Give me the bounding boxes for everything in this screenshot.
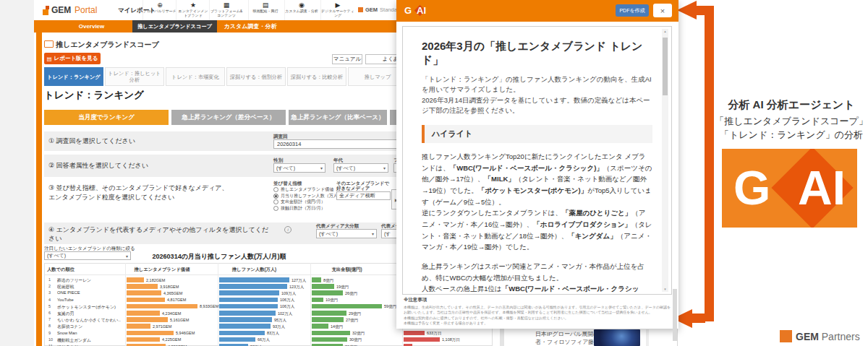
nav-item-digital-marketing[interactable]: ▶ デジタルマーケティング — [320, 0, 354, 20]
divider — [646, 329, 649, 346]
bar — [219, 324, 271, 329]
bar — [404, 337, 440, 342]
manual-button[interactable]: マニュアル — [332, 54, 362, 64]
bar-value-label: 106万人 — [280, 304, 294, 309]
view-report-button[interactable]: ▤ レポート版を見る — [44, 53, 101, 64]
gai-surge-paragraph-b: 人数ベースの急上昇1位は「WBC(ワールド・ベースボール・クラシック)」（スポー… — [422, 283, 652, 295]
screenshot-canvas: GEM Portal マイレポート ⊕ グローバルリサーチ ★ エンタテインメン… — [0, 0, 868, 346]
nav-item-custom-research[interactable]: ◉ カスタム調査・分析 — [284, 0, 318, 20]
age-select[interactable]: (すべて)▾ — [333, 163, 388, 173]
rank-cell: 6 — [48, 311, 51, 315]
page-scrollbar-fragment[interactable] — [673, 289, 677, 341]
card-scrollbar[interactable]: ▴ ▾ — [662, 29, 668, 292]
bar — [219, 277, 289, 282]
subtab-trend-hit[interactable]: トレンド：推しヒット分析 — [105, 67, 164, 86]
rep-major-select[interactable]: (すべて)▾ — [316, 229, 377, 238]
q4-label-line2: さい — [48, 234, 61, 243]
scroll-down-icon[interactable]: ▾ — [662, 287, 668, 292]
rank-cell: 8 — [48, 324, 51, 328]
close-button[interactable]: × — [653, 4, 672, 17]
bar — [127, 277, 144, 282]
bar-value-label: 29億円 — [349, 311, 361, 316]
rank-tab-current-month[interactable]: 当月度でランキング — [44, 110, 169, 125]
bar-value-label: 93万人 — [273, 324, 285, 329]
gem-standard-square-icon — [358, 7, 363, 12]
bar — [127, 324, 150, 329]
q3-label-line1: ③ 並び替え指標、そのエンタメブランドで好きなメディア、 — [48, 183, 229, 193]
section-scrollbar-fragment[interactable] — [500, 329, 504, 346]
bar-value-label: 32億円 — [352, 331, 365, 336]
bar-value-label: 83万人 — [267, 331, 279, 336]
monitor-icon — [44, 40, 54, 48]
bar-value-label: 4,225GEM — [162, 337, 181, 342]
rank-tab-surge-diff[interactable]: 急上昇ランキング（差分ベース） — [171, 110, 286, 125]
subtab-trend-ranking[interactable]: トレンド：ランキング — [44, 67, 103, 86]
table-row: 10機動戦士ガンダム4,225GEM66万人30億円1,108万日 — [44, 337, 507, 343]
bar-value-label: 2,182GEM — [146, 278, 165, 282]
bar-value-label: 3,918GEM — [160, 285, 179, 289]
rank-cell: 7 — [48, 317, 51, 321]
bar — [219, 331, 265, 336]
gai-section-highlight: ハイライト — [422, 125, 652, 143]
bar — [127, 331, 174, 336]
info-icon[interactable]: i — [284, 226, 292, 233]
bar-value-label: 2,971GEM — [153, 324, 171, 329]
tab-oshi-scope[interactable]: 推しエンタメブランドスコープ — [132, 20, 217, 33]
bar — [219, 290, 279, 295]
notes-title: ※注意事項 — [404, 297, 673, 303]
nav-item-film-distribution[interactable]: ▤ 映画配給・興行 — [248, 0, 282, 20]
bar — [219, 311, 276, 316]
gem-partners-square-icon — [780, 330, 792, 342]
radio-contact-days[interactable]: 接触日数計（万日/月） — [273, 205, 326, 212]
rank-tab-surge-ratio[interactable]: 急上昇ランキング（比率ベース） — [289, 110, 387, 125]
bar-value-label: 106万人 — [280, 298, 294, 303]
note-line: 本機能は予告なく変更・停止する場合があります。 — [404, 321, 673, 326]
scrollbar-thumb[interactable] — [663, 38, 668, 95]
subtab-deep-individual[interactable]: 深掘りする：個別分析 — [226, 67, 286, 86]
brand-name-cell: Snow Man — [57, 331, 124, 335]
column-header-spend: 支出金額(億円) — [312, 267, 382, 273]
subtab-deep-compare[interactable]: 深掘りする：比較分析 — [287, 67, 346, 86]
bar — [219, 298, 278, 303]
gai-panel-header: G AI PDFを作成 × — [396, 0, 678, 22]
table-row: 9Snow Man5,946GEM83万人32億円633万日 — [44, 330, 507, 337]
bar — [127, 290, 161, 295]
media-pref-select[interactable]: 全メディア横断 — [336, 191, 391, 200]
logo-square-icon — [43, 9, 48, 15]
create-pdf-button[interactable]: PDFを作成 — [616, 4, 649, 17]
bar — [312, 284, 334, 289]
table-row: 11にじさんじ4,890GEM52万人26億円 — [44, 343, 507, 346]
nav-item-platform-contents[interactable]: ▦ プラットフォーム&コンテンツ — [209, 0, 243, 20]
tab-custom-analysis[interactable]: カスタム調査・分析 — [217, 20, 284, 33]
rank-cell: 1 — [48, 277, 51, 282]
report-icon: ▤ — [47, 56, 52, 62]
article-thumbnail[interactable] — [594, 329, 640, 346]
radio-selected-icon — [273, 194, 278, 199]
bar-value-label: 102万人 — [278, 311, 292, 316]
logo-letter-g: G — [733, 149, 770, 228]
survey-input[interactable]: 20260314 — [273, 139, 402, 149]
subtab-trend-market[interactable]: トレンド：市場変化 — [166, 67, 225, 86]
bar — [312, 324, 328, 329]
nav-item-global-research[interactable]: ⊕ グローバルリサーチ — [142, 0, 176, 20]
gem-standard-logo[interactable]: GEM Standard — [358, 7, 402, 13]
genre-filter-select[interactable]: (すべて)▾ — [44, 251, 131, 260]
chevron-down-icon: ▾ — [320, 165, 323, 170]
annotation-title: 分析 AI 分析エージェント — [715, 98, 868, 112]
annotation-line1: 「推しエンタメブランドスコープ」 — [713, 115, 868, 128]
bar-value-label: 5,946GEM — [176, 331, 195, 335]
rank-cell: 3 — [48, 290, 51, 295]
gender-select[interactable]: (すべて)▾ — [273, 163, 326, 173]
bar-value-label: 4,234GEM — [162, 311, 181, 316]
gai-summary-card: 2026年3月の「推しエンタメブランド トレンド」 「トレンド：ランキング」の推… — [402, 26, 672, 295]
page-title: 推しエンタメブランドスコープ — [56, 40, 159, 50]
gai-logo: G AI — [404, 4, 441, 17]
nav-item-entertainment-brand[interactable]: ★ エンタテインメントブランド — [176, 0, 210, 22]
logo-square-small-icon — [46, 6, 49, 9]
page-background-strip — [0, 0, 34, 346]
scroll-up-icon[interactable]: ▴ — [662, 29, 668, 34]
tab-overview[interactable]: Overview — [51, 20, 132, 33]
q3-label-line2: エンタメブランド粒度を選択してください — [48, 193, 174, 202]
bar — [127, 298, 165, 303]
bar — [312, 337, 347, 342]
